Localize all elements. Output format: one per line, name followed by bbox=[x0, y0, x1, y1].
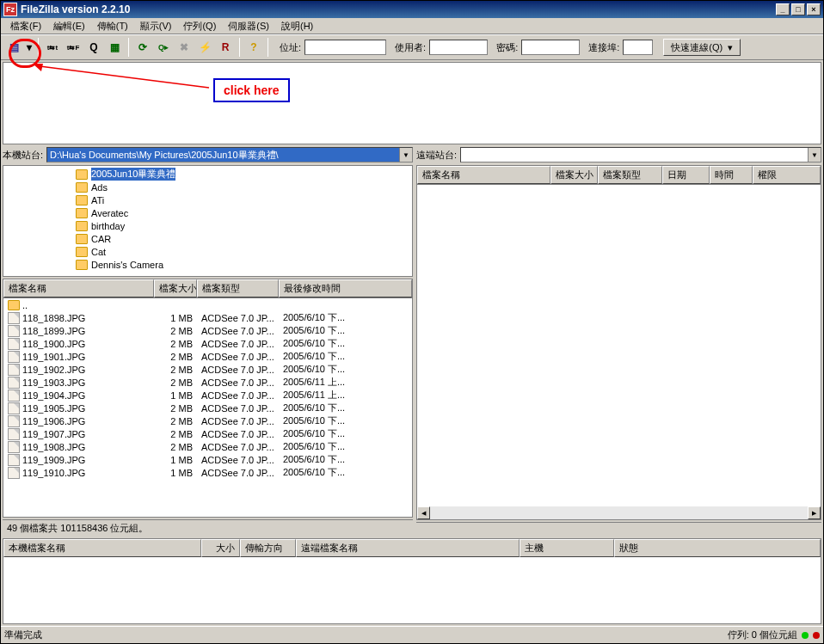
menu-transfer[interactable]: 傳輸(T) bbox=[91, 18, 134, 34]
scroll-left-icon[interactable]: ◀ bbox=[417, 506, 430, 519]
file-name: 119_1909.JPG bbox=[22, 455, 85, 465]
log-pane[interactable] bbox=[3, 62, 821, 144]
toggle-tree-local-button[interactable]: t⇆t bbox=[43, 38, 62, 57]
menu-view[interactable]: 顯示(V) bbox=[134, 18, 178, 34]
address-input[interactable] bbox=[304, 40, 386, 55]
list-item[interactable]: 118_1898.JPG1 MBACDSee 7.0 JP...2005/6/1… bbox=[3, 311, 412, 324]
cancel-button[interactable]: ✖ bbox=[175, 38, 194, 57]
remote-path-combo[interactable]: ▼ bbox=[460, 147, 821, 163]
queue-pane[interactable]: 本機檔案名稱 大小 傳輸方向 遠端檔案名稱 主機 狀態 bbox=[3, 538, 821, 624]
rcol-time[interactable]: 時間 bbox=[710, 166, 753, 184]
tree-item[interactable]: ATi bbox=[7, 193, 409, 206]
rcol-perm[interactable]: 權限 bbox=[753, 166, 821, 184]
file-type: ACDSee 7.0 JP... bbox=[197, 312, 279, 324]
list-item[interactable]: .. bbox=[3, 298, 412, 311]
process-queue-button[interactable]: Q▸ bbox=[154, 38, 173, 57]
toggle-log-button[interactable]: ▦ bbox=[105, 38, 124, 57]
file-icon bbox=[8, 389, 20, 402]
file-name: 119_1908.JPG bbox=[22, 442, 85, 452]
local-file-list[interactable]: 檔案名稱 檔案大小 檔案類型 最後修改時間 ..118_1898.JPG1 MB… bbox=[3, 279, 413, 518]
tree-item[interactable]: Ads bbox=[7, 181, 409, 193]
list-item[interactable]: 119_1904.JPG1 MBACDSee 7.0 JP...2005/6/1… bbox=[3, 389, 412, 402]
minimize-button[interactable]: _ bbox=[776, 3, 790, 15]
chevron-down-icon[interactable]: ▼ bbox=[808, 148, 821, 162]
col-mod[interactable]: 最後修改時間 bbox=[279, 279, 412, 297]
folder-label: ATi bbox=[91, 195, 104, 205]
menu-server[interactable]: 伺服器(S) bbox=[222, 18, 275, 34]
col-name[interactable]: 檔案名稱 bbox=[3, 279, 154, 297]
qcol-status[interactable]: 狀態 bbox=[614, 539, 821, 557]
file-name: 119_1903.JPG bbox=[22, 377, 85, 388]
file-name: 118_1898.JPG bbox=[22, 313, 85, 323]
quickconnect-button[interactable]: 快速連線(Q) ▾ bbox=[663, 39, 741, 56]
file-size: 1 MB bbox=[154, 454, 197, 466]
list-item[interactable]: 119_1901.JPG2 MBACDSee 7.0 JP...2005/6/1… bbox=[3, 350, 412, 363]
scroll-right-icon[interactable]: ▶ bbox=[808, 506, 821, 519]
maximize-button[interactable]: □ bbox=[791, 3, 805, 15]
file-type: ACDSee 7.0 JP... bbox=[197, 441, 279, 453]
qcol-localfile[interactable]: 本機檔案名稱 bbox=[3, 539, 201, 557]
col-size[interactable]: 檔案大小 bbox=[154, 279, 197, 297]
list-item[interactable]: 119_1908.JPG2 MBACDSee 7.0 JP...2005/6/1… bbox=[3, 440, 412, 453]
rcol-size[interactable]: 檔案大小 bbox=[550, 166, 598, 184]
tree-item[interactable]: Cat bbox=[7, 245, 409, 258]
tree-item[interactable]: 2005Jun10畢業典禮 bbox=[7, 168, 409, 181]
file-mod: 2005/6/10 下... bbox=[279, 465, 412, 480]
user-input[interactable] bbox=[429, 40, 488, 55]
menu-help[interactable]: 說明(H) bbox=[275, 18, 319, 34]
toggle-tree-remote-button[interactable]: t⇆F bbox=[64, 38, 83, 57]
list-item[interactable]: 118_1899.JPG2 MBACDSee 7.0 JP...2005/6/1… bbox=[3, 324, 412, 337]
tree-item[interactable]: birthday bbox=[7, 219, 409, 232]
sitemanager-dropdown[interactable]: ▾ bbox=[25, 38, 34, 57]
list-item[interactable]: 119_1910.JPG1 MBACDSee 7.0 JP...2005/6/1… bbox=[3, 466, 412, 479]
folder-icon bbox=[76, 234, 88, 244]
col-type[interactable]: 檔案類型 bbox=[197, 279, 279, 297]
list-item[interactable]: 119_1906.JPG2 MBACDSee 7.0 JP...2005/6/1… bbox=[3, 414, 412, 427]
file-type: ACDSee 7.0 JP... bbox=[197, 467, 279, 479]
list-item[interactable]: 119_1905.JPG2 MBACDSee 7.0 JP...2005/6/1… bbox=[3, 402, 412, 414]
list-item[interactable]: 118_1900.JPG2 MBACDSee 7.0 JP...2005/6/1… bbox=[3, 337, 412, 350]
titlebar[interactable]: Fz FileZilla version 2.2.10 _ □ × bbox=[1, 1, 823, 18]
status-queue: 佇列: 0 個位元組 bbox=[728, 629, 797, 641]
sitemanager-button[interactable]: ▤ bbox=[4, 38, 23, 57]
refresh-button[interactable]: ⟳ bbox=[133, 38, 152, 57]
toggle-queue-button[interactable]: Q bbox=[84, 38, 103, 57]
tree-item[interactable]: Averatec bbox=[7, 206, 409, 219]
tree-item[interactable]: Dennis's Camera bbox=[7, 258, 409, 271]
rcol-type[interactable]: 檔案類型 bbox=[598, 166, 662, 184]
qcol-host[interactable]: 主機 bbox=[520, 539, 614, 557]
disconnect-button[interactable]: ⚡ bbox=[195, 38, 214, 57]
window-title: FileZilla version 2.2.10 bbox=[21, 3, 130, 15]
menu-file[interactable]: 檔案(F) bbox=[4, 18, 47, 34]
port-input[interactable] bbox=[623, 40, 653, 55]
menu-queue[interactable]: 佇列(Q) bbox=[177, 18, 222, 34]
rcol-date[interactable]: 日期 bbox=[662, 166, 710, 184]
list-item[interactable]: 119_1903.JPG2 MBACDSee 7.0 JP...2005/6/1… bbox=[3, 376, 412, 389]
qcol-direction[interactable]: 傳輸方向 bbox=[240, 539, 296, 557]
file-name: 119_1905.JPG bbox=[22, 403, 85, 414]
list-item[interactable]: 119_1907.JPG2 MBACDSee 7.0 JP...2005/6/1… bbox=[3, 427, 412, 440]
local-pane: 本機站台: D:\Hua's Documents\My Pictures\200… bbox=[3, 146, 413, 537]
remote-file-list[interactable]: 檔案名稱 檔案大小 檔案類型 日期 時間 權限 ◀ ▶ bbox=[416, 165, 821, 520]
file-icon bbox=[8, 364, 20, 376]
tree-item[interactable]: CAR bbox=[7, 232, 409, 245]
qcol-remotefile[interactable]: 遠端檔案名稱 bbox=[296, 539, 520, 557]
remote-hscroll[interactable]: ◀ ▶ bbox=[417, 506, 821, 519]
address-label: 位址: bbox=[280, 41, 301, 54]
pass-input[interactable] bbox=[521, 40, 580, 55]
help-button[interactable]: ? bbox=[244, 38, 263, 57]
reconnect-button[interactable]: R bbox=[216, 38, 235, 57]
rcol-name[interactable]: 檔案名稱 bbox=[417, 166, 550, 184]
list-item[interactable]: 119_1902.JPG2 MBACDSee 7.0 JP...2005/6/1… bbox=[3, 363, 412, 376]
menu-edit[interactable]: 編輯(E) bbox=[47, 18, 91, 34]
local-tree[interactable]: 2005Jun10畢業典禮AdsATiAveratecbirthdayCARCa… bbox=[3, 165, 413, 277]
qcol-size[interactable]: 大小 bbox=[201, 539, 240, 557]
file-type: ACDSee 7.0 JP... bbox=[197, 428, 279, 440]
close-button[interactable]: × bbox=[807, 3, 821, 15]
local-path-combo[interactable]: D:\Hua's Documents\My Pictures\2005Jun10… bbox=[46, 147, 413, 163]
folder-icon bbox=[76, 247, 88, 257]
list-item[interactable]: 119_1909.JPG1 MBACDSee 7.0 JP...2005/6/1… bbox=[3, 453, 412, 466]
file-type: ACDSee 7.0 JP... bbox=[197, 402, 279, 414]
folder-up-icon bbox=[8, 300, 20, 310]
chevron-down-icon[interactable]: ▼ bbox=[399, 148, 412, 162]
